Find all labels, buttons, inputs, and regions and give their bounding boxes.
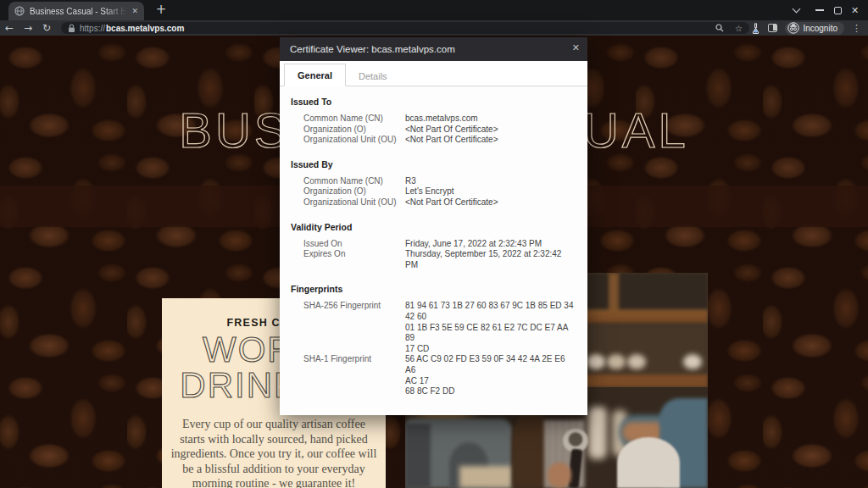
cert-row: Organizational Unit (OU) <Not Part Of Ce… [303, 135, 576, 146]
search-zoom-icon[interactable] [715, 24, 724, 32]
address-bar[interactable]: https:// bcas.metalvps.com ☆ [61, 22, 749, 34]
url-scheme: https:// [80, 24, 105, 33]
url-host: bcas.metalvps.com [106, 24, 184, 33]
certificate-viewer-dialog: Certificate Viewer: bcas.metalvps.com ✕ … [280, 37, 587, 415]
card-paragraph: Every cup of our quality artisan coffee … [170, 417, 377, 488]
lock-icon[interactable] [68, 24, 75, 33]
forward-button[interactable]: → [19, 22, 37, 34]
cert-row: SHA-256 Fingerprint 81 94 61 73 1B 27 60… [303, 301, 576, 354]
dialog-title: Certificate Viewer: bcas.metalvps.com [290, 44, 455, 54]
incognito-label: Incognito [803, 24, 837, 33]
cert-row: Common Name (CN) R3 [303, 176, 576, 187]
browser-window: Business Casual - Start Bootstra ✕ + ✕ ←… [0, 0, 868, 488]
browser-tab[interactable]: Business Casual - Start Bootstra ✕ [8, 2, 144, 20]
cert-row: Issued On Friday, June 17, 2022 at 2:32:… [303, 239, 576, 250]
tab-details[interactable]: Details [346, 65, 400, 86]
back-button[interactable]: ← [0, 22, 19, 34]
reload-button[interactable]: ↻ [37, 22, 56, 34]
tab-title: Business Casual - Start Bootstra [30, 7, 126, 16]
cert-row: Organization (O) <Not Part Of Certificat… [303, 125, 576, 136]
window-minimize-button[interactable] [815, 0, 824, 20]
window-close-button[interactable]: ✕ [851, 0, 859, 20]
dialog-titlebar[interactable]: Certificate Viewer: bcas.metalvps.com ✕ [280, 37, 587, 61]
side-panel-icon[interactable] [768, 24, 777, 32]
new-tab-button[interactable]: + [153, 2, 170, 19]
sha1-fingerprint-value: 56 AC C9 02 FD E3 59 0F 34 42 4A 2E E6 A… [405, 354, 576, 396]
browser-menu-icon[interactable]: ⋮ [852, 23, 861, 34]
cert-row: Common Name (CN) bcas.metalvps.com [303, 114, 576, 125]
sha256-fingerprint-value: 81 94 61 73 1B 27 60 83 67 9C 1B 85 ED 3… [405, 301, 576, 354]
globe-favicon-icon [14, 6, 25, 16]
incognito-badge: Incognito [785, 22, 844, 35]
cert-row: Organization (O) Let's Encrypt [303, 186, 576, 197]
toolbar-right-icons: Incognito ⋮ [751, 20, 861, 36]
incognito-icon [787, 22, 799, 34]
window-restore-button[interactable] [834, 0, 842, 20]
cert-row: Organizational Unit (OU) <Not Part Of Ce… [303, 197, 576, 208]
section-fingerprints: Fingerprints [291, 284, 576, 294]
tab-general[interactable]: General [284, 64, 346, 86]
section-issued-to: Issued To [291, 97, 576, 107]
browser-toolbar: ← → ↻ https:// bcas.metalvps.com ☆ [0, 20, 868, 36]
window-chevron-down-icon[interactable] [793, 0, 799, 20]
experiments-flask-icon[interactable] [751, 23, 760, 34]
cert-row: Expires On Thursday, September 15, 2022 … [303, 249, 576, 270]
dialog-close-icon[interactable]: ✕ [572, 42, 580, 53]
section-validity-period: Validity Period [291, 222, 576, 232]
section-issued-by: Issued By [291, 159, 576, 169]
dialog-tab-bar: General Details [280, 61, 587, 86]
tab-strip: Business Casual - Start Bootstra ✕ + ✕ [0, 0, 868, 20]
bookmark-star-icon[interactable]: ☆ [735, 24, 743, 33]
cert-row: SHA-1 Fingerprint 56 AC C9 02 FD E3 59 0… [303, 354, 576, 396]
dialog-body: Issued To Common Name (CN) bcas.metalvps… [280, 97, 587, 397]
tab-close-icon[interactable]: ✕ [131, 7, 138, 15]
